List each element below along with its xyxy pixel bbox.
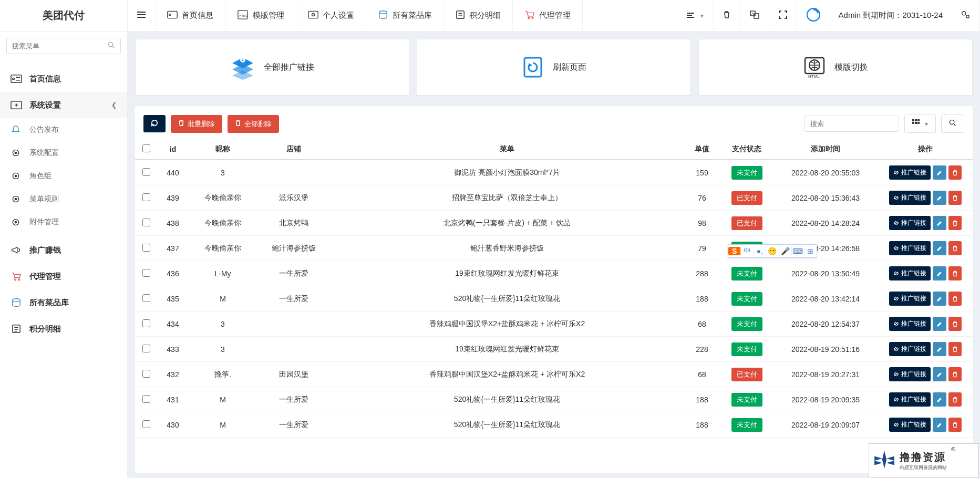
promo-link-button[interactable]: 推广链接: [889, 216, 931, 230]
all-delete-button[interactable]: 全部删除: [228, 115, 279, 133]
row-checkbox[interactable]: [142, 345, 150, 352]
edit-button[interactable]: [933, 342, 946, 356]
tab-points[interactable]: 积分明细: [444, 0, 513, 32]
row-checkbox[interactable]: [142, 269, 150, 277]
topbar-trash-button[interactable]: [714, 0, 740, 32]
status-badge[interactable]: 未支付: [731, 418, 762, 432]
card-refresh[interactable]: 刷新页面: [417, 39, 691, 96]
ime-lang[interactable]: 中: [741, 246, 754, 256]
delete-button[interactable]: [948, 216, 962, 230]
edit-button[interactable]: [933, 292, 946, 306]
topbar-fullscreen-button[interactable]: [769, 0, 797, 32]
col-menu[interactable]: 菜单: [331, 139, 684, 160]
promo-link-button[interactable]: 推广链接: [889, 367, 931, 381]
tab-personal[interactable]: 个人设置: [296, 0, 366, 32]
topbar-lang-button[interactable]: A: [740, 0, 769, 32]
edit-button[interactable]: [933, 165, 946, 180]
delete-button[interactable]: [948, 241, 962, 255]
card-all-promo-links[interactable]: + 全部推广链接: [135, 39, 409, 96]
status-badge[interactable]: 未支付: [731, 317, 762, 331]
edit-button[interactable]: [933, 392, 946, 407]
sidebar-item-allmenu[interactable]: 所有菜品库: [0, 289, 127, 316]
status-badge[interactable]: 未支付: [731, 292, 762, 306]
row-checkbox[interactable]: [142, 244, 150, 252]
row-checkbox[interactable]: [142, 420, 150, 428]
batch-delete-button[interactable]: 批量删除: [171, 115, 222, 133]
delete-button[interactable]: [948, 342, 962, 356]
delete-button[interactable]: [948, 191, 962, 205]
tab-allmenu[interactable]: 所有菜品库: [366, 0, 444, 32]
row-checkbox[interactable]: [142, 370, 150, 378]
select-all-checkbox[interactable]: [142, 144, 150, 152]
promo-link-button[interactable]: 推广链接: [889, 342, 931, 356]
row-checkbox[interactable]: [142, 168, 150, 176]
edit-button[interactable]: [933, 367, 946, 381]
sidebar-sub-attach[interactable]: 附件管理: [0, 211, 127, 234]
card-template-switch[interactable]: HTML 模版切换: [698, 39, 973, 96]
search-button[interactable]: [941, 115, 964, 133]
status-badge[interactable]: 未支付: [731, 393, 762, 407]
edit-button[interactable]: [933, 216, 946, 230]
promo-link-button[interactable]: 推广链接: [889, 317, 931, 331]
col-shop[interactable]: 店铺: [257, 139, 331, 160]
ime-grid[interactable]: ⊞: [804, 247, 817, 255]
row-checkbox[interactable]: [142, 319, 150, 327]
col-nick[interactable]: 昵称: [189, 139, 257, 160]
tab-agent[interactable]: 代理管理: [513, 0, 583, 32]
col-price[interactable]: 单值: [684, 139, 720, 160]
sidebar-search-input[interactable]: [12, 42, 108, 50]
ime-toolbar[interactable]: S 中 ●, 😶 🎤 ⌨ ⊞: [728, 244, 817, 258]
delete-button[interactable]: [948, 367, 962, 381]
promo-link-button[interactable]: 推广链接: [889, 266, 931, 280]
sidebar-sub-menurule[interactable]: 菜单规则: [0, 188, 127, 211]
row-checkbox[interactable]: [142, 294, 150, 302]
status-badge[interactable]: 已支付: [731, 368, 762, 381]
col-ops[interactable]: 操作: [878, 139, 973, 160]
menu-toggle-button[interactable]: [128, 0, 156, 32]
sidebar-sub-config[interactable]: 系统配置: [0, 141, 127, 164]
promo-link-button[interactable]: 推广链接: [889, 165, 931, 180]
status-badge[interactable]: 未支付: [731, 267, 762, 280]
sidebar-item-promo[interactable]: 推广赚钱: [0, 237, 127, 263]
ime-keyboard[interactable]: ⌨: [792, 247, 804, 255]
promo-link-button[interactable]: 推广链接: [889, 392, 931, 407]
topbar-avatar[interactable]: [797, 0, 830, 32]
delete-button[interactable]: [948, 317, 962, 331]
ime-punct[interactable]: ●,: [754, 247, 766, 255]
ime-logo[interactable]: S: [728, 247, 741, 255]
status-badge[interactable]: 已支付: [731, 216, 762, 230]
sidebar-item-home[interactable]: 首页信息: [0, 66, 127, 92]
tab-template[interactable]: HTML模版管理: [225, 0, 296, 32]
promo-link-button[interactable]: 推广链接: [889, 418, 931, 432]
sidebar-search[interactable]: [6, 38, 121, 54]
sidebar-sub-announce[interactable]: 公告发布: [0, 118, 127, 141]
status-badge[interactable]: 已支付: [731, 191, 762, 205]
promo-link-button[interactable]: 推广链接: [889, 292, 931, 306]
sidebar-sub-roles[interactable]: 角色组: [0, 164, 127, 188]
sidebar-item-points[interactable]: 积分明细: [0, 316, 127, 342]
sidebar-item-system[interactable]: 系统设置 ❮: [0, 92, 127, 118]
col-paystatus[interactable]: 支付状态: [720, 139, 773, 160]
edit-button[interactable]: [933, 266, 946, 280]
table-search-input[interactable]: [804, 116, 899, 132]
refresh-button[interactable]: [143, 115, 166, 132]
delete-button[interactable]: [948, 165, 962, 180]
edit-button[interactable]: [933, 418, 946, 432]
promo-link-button[interactable]: 推广链接: [889, 191, 931, 205]
ime-voice[interactable]: 🎤: [779, 247, 792, 255]
row-checkbox[interactable]: [142, 395, 150, 403]
delete-button[interactable]: [948, 292, 962, 306]
status-badge[interactable]: 未支付: [731, 166, 762, 180]
edit-button[interactable]: [933, 191, 946, 205]
delete-button[interactable]: [948, 418, 962, 432]
col-addtime[interactable]: 添加时间: [773, 139, 878, 160]
row-checkbox[interactable]: [142, 193, 150, 201]
delete-button[interactable]: [948, 266, 962, 280]
promo-link-button[interactable]: 推广链接: [889, 241, 931, 255]
row-checkbox[interactable]: [142, 219, 150, 226]
status-badge[interactable]: 未支付: [731, 342, 762, 356]
edit-button[interactable]: [933, 241, 946, 255]
edit-button[interactable]: [933, 317, 946, 331]
topbar-settings-button[interactable]: [951, 0, 980, 32]
delete-button[interactable]: [948, 392, 962, 407]
